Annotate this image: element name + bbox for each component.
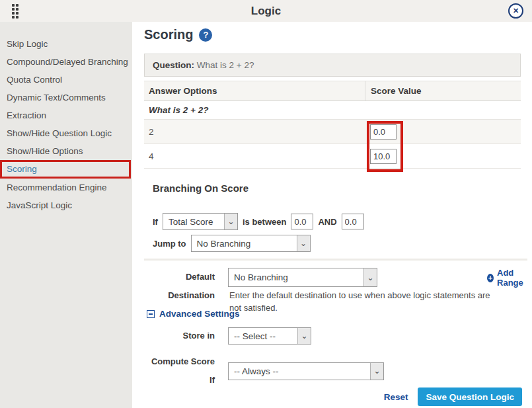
is-between-label: is between bbox=[243, 217, 286, 227]
question-group-row: What is 2 + 2? bbox=[144, 101, 521, 120]
sidebar-item-show-hide-options[interactable]: Show/Hide Options bbox=[0, 142, 132, 160]
store-in-row: Store in -- Select -- ⌄ bbox=[144, 327, 311, 345]
sidebar-item-recommendation-engine[interactable]: Recommendation Engine bbox=[0, 179, 132, 196]
modal-title: Logic bbox=[0, 0, 532, 22]
score-max-input[interactable] bbox=[342, 214, 364, 229]
sidebar-item-compound-delayed-branching[interactable]: Compound/Delayed Branching bbox=[0, 53, 132, 71]
chevron-down-icon: ⌄ bbox=[224, 214, 237, 229]
chevron-down-icon: ⌄ bbox=[370, 363, 383, 380]
and-label: AND bbox=[318, 217, 336, 227]
default-destination-select[interactable]: No Branching ⌄ bbox=[228, 268, 377, 287]
reset-link[interactable]: Reset bbox=[384, 392, 408, 402]
question-text: What is 2 + 2? bbox=[197, 60, 254, 70]
modal-header: Logic ✕ bbox=[0, 0, 532, 22]
table-row: 2 bbox=[144, 120, 521, 144]
score-min-input[interactable] bbox=[291, 214, 313, 229]
sidebar-item-scoring[interactable]: Scoring bbox=[0, 160, 131, 179]
add-range-link[interactable]: + Add Range bbox=[487, 268, 532, 288]
sidebar-item-quota-control[interactable]: Quota Control bbox=[0, 71, 132, 89]
answer-options-header: Answer Options bbox=[144, 81, 365, 101]
add-icon: + bbox=[487, 274, 494, 282]
question-label: Question: bbox=[153, 60, 194, 70]
sidebar-item-extraction[interactable]: Extraction bbox=[0, 106, 132, 124]
logic-modal: Logic ✕ Skip Logic Compound/Delayed Bran… bbox=[0, 0, 532, 408]
score-value-input[interactable] bbox=[370, 149, 397, 164]
collapse-icon bbox=[147, 310, 155, 318]
if-label: If bbox=[153, 217, 158, 227]
chevron-down-icon: ⌄ bbox=[297, 235, 310, 251]
footer-actions: Reset Save Question Logic bbox=[384, 388, 522, 406]
sidebar-item-javascript-logic[interactable]: JavaScript Logic bbox=[0, 196, 132, 214]
jump-to-label: Jump to bbox=[153, 239, 186, 249]
drag-handle-icon[interactable] bbox=[12, 4, 19, 19]
table-row: 4 bbox=[144, 144, 521, 169]
store-in-label: Store in bbox=[144, 327, 215, 345]
answer-option-label: 2 bbox=[144, 127, 365, 137]
jump-to-row: Jump to No Branching ⌄ bbox=[153, 235, 311, 252]
score-value-input[interactable] bbox=[370, 124, 397, 140]
chevron-down-icon: ⌄ bbox=[363, 268, 377, 286]
help-icon[interactable]: ? bbox=[199, 28, 212, 42]
page-title: Scoring bbox=[144, 27, 193, 42]
store-in-select[interactable]: -- Select -- ⌄ bbox=[228, 327, 311, 345]
advanced-settings-toggle[interactable]: Advanced Settings bbox=[147, 309, 240, 319]
compute-score-if-label: Compute Score If bbox=[144, 352, 215, 389]
score-table: Answer Options Score Value What is 2 + 2… bbox=[144, 81, 521, 169]
jump-to-select[interactable]: No Branching ⌄ bbox=[191, 235, 311, 252]
sidebar-item-show-hide-question-logic[interactable]: Show/Hide Question Logic bbox=[0, 124, 132, 142]
scoring-panel: Scoring ? Question: What is 2 + 2? Answe… bbox=[132, 22, 532, 408]
logic-sidebar: Skip Logic Compound/Delayed Branching Qu… bbox=[0, 22, 132, 408]
branching-on-score-title: Branching On Score bbox=[153, 183, 248, 194]
section-divider bbox=[144, 259, 527, 261]
compute-score-if-select[interactable]: -- Always -- ⌄ bbox=[228, 362, 384, 380]
sidebar-item-dynamic-text-comments[interactable]: Dynamic Text/Comments bbox=[0, 89, 132, 106]
sidebar-item-skip-logic[interactable]: Skip Logic bbox=[0, 35, 132, 53]
chevron-down-icon: ⌄ bbox=[297, 328, 311, 344]
save-question-logic-button[interactable]: Save Question Logic bbox=[418, 388, 522, 406]
question-box: Question: What is 2 + 2? bbox=[144, 54, 521, 77]
answer-option-label: 4 bbox=[144, 151, 365, 161]
page-title-row: Scoring ? bbox=[144, 27, 212, 42]
score-source-select[interactable]: Total Score ⌄ bbox=[163, 213, 238, 230]
default-destination-label: Default Destination bbox=[144, 268, 215, 305]
close-icon[interactable]: ✕ bbox=[508, 3, 523, 19]
score-value-header: Score Value bbox=[365, 81, 521, 101]
default-destination-help-text: Enter the default destination to use whe… bbox=[229, 290, 494, 315]
compute-score-if-row: Compute Score If -- Always -- ⌄ bbox=[144, 352, 384, 389]
score-table-header: Answer Options Score Value bbox=[144, 81, 521, 101]
score-condition-row: If Total Score ⌄ is between AND bbox=[153, 213, 364, 230]
